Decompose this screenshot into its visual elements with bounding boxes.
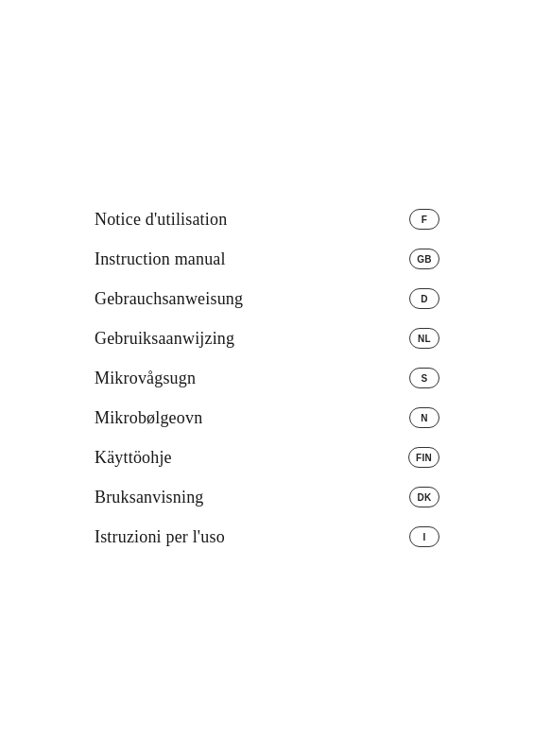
menu-item[interactable]: Instruction manualGB (95, 239, 439, 279)
menu-item[interactable]: GebruiksaanwijzingNL (95, 318, 439, 358)
menu-item-label: Gebruiksaanwijzing (95, 329, 234, 349)
menu-item[interactable]: KäyttöohjeFIN (95, 438, 439, 477)
menu-item-label: Instruction manual (95, 249, 226, 269)
menu-item-label: Bruksanvisning (95, 488, 204, 507)
menu-item-label: Istruzioni per l'uso (95, 527, 225, 547)
menu-item-label: Mikrovågsugn (95, 369, 196, 388)
menu-item[interactable]: MikrobølgeovnN (95, 398, 439, 438)
lang-badge: FIN (408, 447, 439, 468)
menu-item-label: Notice d'utilisation (95, 210, 227, 230)
lang-badge: D (409, 288, 439, 309)
menu-item-label: Mikrobølgeovn (95, 408, 202, 428)
lang-badge: F (409, 209, 439, 230)
lang-badge: I (409, 526, 439, 547)
lang-badge: N (409, 407, 439, 428)
lang-badge: DK (409, 487, 439, 507)
menu-item[interactable]: Istruzioni per l'usoI (95, 517, 439, 557)
menu-item[interactable]: GebrauchsanweisungD (95, 279, 439, 318)
menu-item-label: Gebrauchsanweisung (95, 289, 243, 309)
menu-item[interactable]: MikrovågsugnS (95, 358, 439, 398)
page: Notice d'utilisationFInstruction manualG… (0, 0, 534, 756)
lang-badge: NL (409, 328, 439, 349)
menu-item-label: Käyttöohje (95, 448, 172, 468)
menu-item[interactable]: Notice d'utilisationF (95, 199, 439, 239)
menu-list: Notice d'utilisationFInstruction manualG… (95, 199, 439, 557)
lang-badge: GB (409, 249, 439, 269)
menu-item[interactable]: BruksanvisningDK (95, 477, 439, 517)
lang-badge: S (409, 368, 439, 388)
